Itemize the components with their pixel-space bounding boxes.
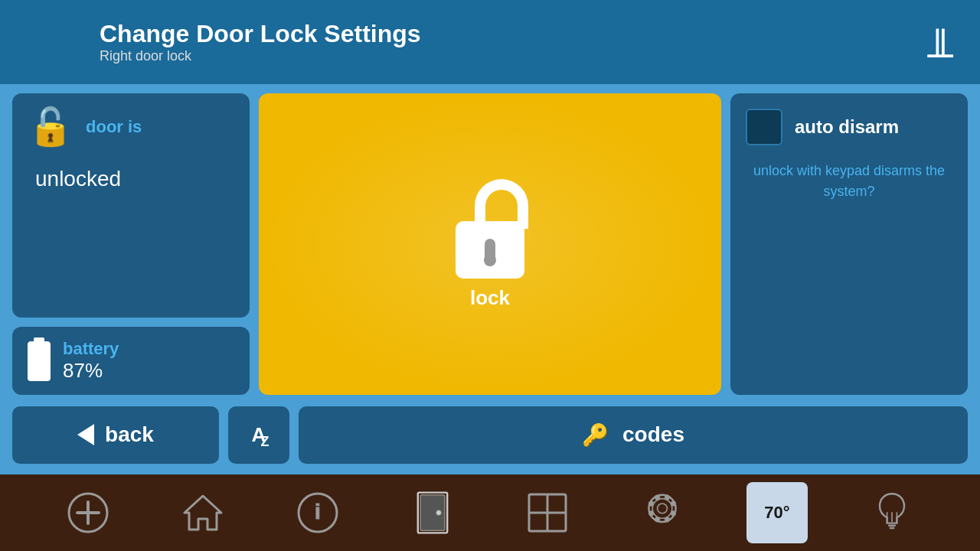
svg-point-16: [655, 495, 659, 500]
lock-button[interactable]: lock: [259, 93, 721, 395]
back-button[interactable]: back: [12, 406, 219, 464]
padlock-shackle: [475, 179, 528, 229]
svg-point-22: [648, 511, 653, 516]
cards-row: 🔓 door is unlocked battery 87%: [12, 93, 968, 395]
battery-card: battery 87%: [12, 327, 250, 395]
battery-info: battery 87%: [63, 339, 119, 383]
svg-point-20: [665, 517, 669, 522]
svg-point-15: [648, 501, 653, 506]
nav-info-button[interactable]: i: [287, 482, 348, 543]
lock-circle-icon: [641, 491, 684, 534]
header: Change Door Lock Settings Right door loc…: [0, 0, 980, 84]
door-status-value: unlocked: [28, 167, 121, 191]
page-subtitle: Right door lock: [100, 48, 421, 64]
page-title: Change Door Lock Settings: [100, 20, 421, 48]
nav-window-button[interactable]: [517, 482, 578, 543]
back-button-label: back: [105, 422, 154, 447]
lock-open-icon: 🔓: [28, 106, 74, 148]
nav-thermostat-button[interactable]: 70°: [746, 482, 808, 543]
svg-point-19: [671, 511, 675, 516]
plus-circle-icon: [67, 491, 109, 534]
left-column: 🔓 door is unlocked battery 87%: [12, 93, 250, 395]
nav-bar: i: [0, 474, 980, 551]
svg-marker-3: [185, 496, 221, 530]
padlock-keyhole: [485, 239, 495, 260]
auto-disarm-checkbox[interactable]: [746, 109, 782, 145]
padlock-body: [456, 221, 524, 279]
main-content: 🔓 door is unlocked battery 87%: [0, 84, 980, 474]
key-icon: 🔑: [582, 422, 609, 448]
info-circle-icon: i: [296, 491, 339, 534]
auto-disarm-top: auto disarm: [746, 109, 952, 145]
nav-home-button[interactable]: [172, 482, 234, 543]
lock-button-label: lock: [470, 286, 510, 310]
thermostat-temp: 70°: [764, 503, 789, 523]
svg-point-14: [658, 504, 668, 514]
nav-add-button[interactable]: [57, 482, 119, 543]
home-icon: [181, 491, 224, 534]
padlock-icon: [444, 179, 536, 279]
door-icon: [411, 491, 454, 534]
nav-light-button[interactable]: [861, 482, 923, 543]
nav-door-button[interactable]: [402, 482, 463, 543]
lightbulb-icon: [871, 491, 913, 534]
az-icon: AZ: [252, 423, 266, 447]
svg-point-13: [652, 499, 672, 519]
svg-text:i: i: [315, 500, 321, 523]
back-arrow-icon: [77, 424, 94, 445]
battery-label: battery: [63, 339, 119, 359]
auto-disarm-label: auto disarm: [795, 116, 899, 138]
auto-disarm-description: unlock with keypad disarms the system?: [746, 161, 952, 202]
battery-value: 87%: [63, 359, 119, 383]
window-icon: [526, 491, 569, 534]
nav-lock-button[interactable]: [632, 482, 693, 543]
door-is-label: door is: [86, 117, 142, 137]
codes-button[interactable]: 🔑 codes: [299, 406, 968, 464]
door-status-top: 🔓 door is: [28, 106, 142, 148]
battery-icon: [28, 341, 51, 381]
az-sort-button[interactable]: AZ: [228, 406, 289, 464]
bottom-buttons: back AZ 🔑 codes: [12, 404, 968, 465]
codes-button-label: codes: [622, 422, 684, 447]
header-text: Change Door Lock Settings Right door loc…: [100, 20, 421, 64]
svg-point-21: [655, 517, 659, 522]
battery-fill: [30, 347, 48, 378]
svg-point-8: [436, 510, 441, 515]
auto-disarm-card: auto disarm unlock with keypad disarms t…: [730, 93, 968, 395]
svg-point-18: [671, 501, 675, 506]
svg-point-17: [665, 495, 669, 500]
plug-icon: ⫫: [919, 19, 965, 65]
door-status-card: 🔓 door is unlocked: [12, 93, 250, 318]
